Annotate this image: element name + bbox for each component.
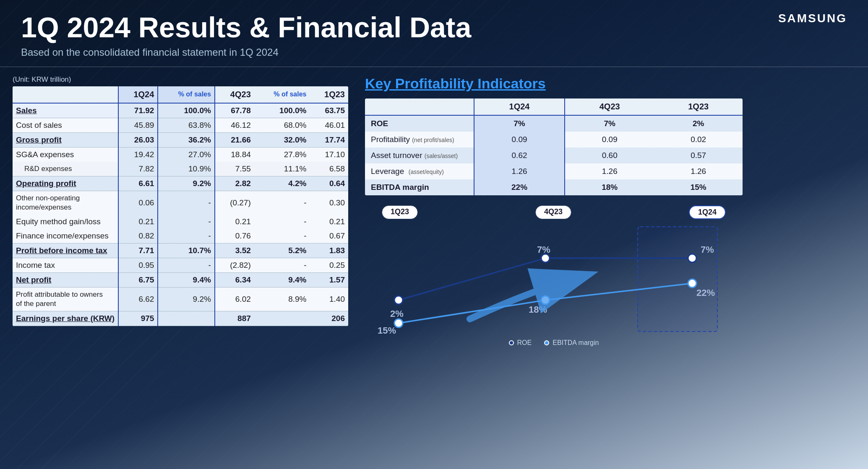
row-1q23: 63.75	[310, 103, 348, 118]
kpi-row: Asset turnover (sales/asset) 0.62 0.60 0…	[365, 148, 743, 163]
kpi-col-empty	[365, 98, 474, 115]
kpi-row: Profitability (net profit/sales) 0.09 0.…	[365, 132, 743, 148]
ebitda-label-1q24: 22%	[696, 288, 715, 298]
row-1q23: 1.57	[310, 272, 348, 287]
kpi-row-1q24: 22%	[474, 179, 565, 195]
row-pct2: 5.2%	[254, 243, 310, 258]
row-1q23: 1.83	[310, 243, 348, 258]
row-pct1: 63.8%	[158, 118, 215, 132]
row-pct2: 11.1%	[254, 162, 310, 176]
roe-dot-1q23	[394, 296, 403, 304]
row-label: Income tax	[13, 258, 118, 272]
row-pct2: 100.0%	[254, 103, 310, 118]
quarter-pill-1q23: 1Q23	[382, 205, 418, 219]
table-header-row: 1Q24 % of sales 4Q23 % of sales 1Q23	[13, 86, 348, 103]
row-4q23: 0.21	[215, 215, 254, 229]
row-4q23: 6.34	[215, 272, 254, 287]
row-label: Equity method gain/loss	[13, 215, 118, 229]
row-1q23: 0.25	[310, 258, 348, 272]
row-1q23: 206	[310, 311, 348, 326]
samsung-logo: SAMSUNG	[778, 12, 847, 25]
roe-label-4q23: 7%	[537, 244, 550, 255]
kpi-row-label: Asset turnover (sales/asset)	[365, 148, 474, 163]
row-1q23: 17.10	[310, 147, 348, 162]
kpi-row-1q24: 7%	[474, 115, 565, 132]
row-pct1: 27.0%	[158, 147, 215, 162]
kpi-row-4q23: 7%	[565, 115, 654, 132]
col-header-1q23: 1Q23	[310, 86, 348, 103]
main-title: 1Q 2024 Results & Financial Data	[21, 12, 847, 43]
row-label: Other non-operatingincome/expenses	[13, 191, 118, 215]
legend-label-roe: ROE	[517, 339, 532, 347]
row-pct1: -	[158, 191, 215, 215]
row-pct1: 9.2%	[158, 176, 215, 191]
row-pct2: -	[254, 258, 310, 272]
row-pct2: -	[254, 191, 310, 215]
row-pct2: 27.8%	[254, 147, 310, 162]
row-4q23: 6.02	[215, 287, 254, 311]
kpi-row-4q23: 0.09	[565, 132, 654, 148]
row-4q23: 887	[215, 311, 254, 326]
row-pct1: -	[158, 215, 215, 229]
legend-dot-roe	[509, 340, 514, 345]
roe-dot-4q23	[541, 254, 550, 262]
kpi-row-1q23: 1.26	[654, 163, 743, 179]
kpi-col-4q23: 4Q23	[565, 98, 654, 115]
kpi-col-1q23: 1Q23	[654, 98, 743, 115]
kpi-row-1q23: 0.02	[654, 132, 743, 148]
row-1q24: 71.92	[118, 103, 158, 118]
kpi-row-1q24: 1.26	[474, 163, 565, 179]
ebitda-label-1q23: 15%	[378, 325, 396, 336]
row-pct2: -	[254, 229, 310, 244]
row-1q24: 6.62	[118, 287, 158, 311]
table-wrapper: 1Q24 % of sales 4Q23 % of sales 1Q23 Sal…	[13, 86, 348, 326]
ebitda-dot-1q24	[688, 279, 696, 288]
table-row: Earnings per share (KRW) 975 887 206	[13, 311, 348, 326]
chart-area: 1Q23 4Q23 1Q24	[365, 205, 743, 348]
kpi-row-label: Profitability (net profit/sales)	[365, 132, 474, 148]
row-pct1: 9.2%	[158, 287, 215, 311]
svg-rect-3	[638, 227, 717, 332]
legend-label-ebitda: EBITDA margin	[553, 339, 599, 347]
col-header-1q24: 1Q24	[118, 86, 158, 103]
roe-label-1q23: 2%	[390, 308, 404, 319]
row-1q24: 0.82	[118, 229, 158, 244]
col-header-label	[13, 86, 118, 103]
row-label: Sales	[13, 103, 118, 118]
row-pct2: -	[254, 215, 310, 229]
roe-label-1q24: 7%	[701, 244, 714, 255]
row-1q23: 1.40	[310, 287, 348, 311]
row-label: R&D expenses	[13, 162, 118, 176]
table-row: SG&A expenses 19.42 27.0% 18.84 27.8% 17…	[13, 147, 348, 162]
row-4q23: (0.27)	[215, 191, 254, 215]
table-row: Operating profit 6.61 9.2% 2.82 4.2% 0.6…	[13, 176, 348, 191]
row-1q24: 7.82	[118, 162, 158, 176]
row-label: SG&A expenses	[13, 147, 118, 162]
kpi-row-1q24: 0.62	[474, 148, 565, 163]
row-pct1: -	[158, 258, 215, 272]
kpi-row-1q23: 0.57	[654, 148, 743, 163]
row-1q24: 6.61	[118, 176, 158, 191]
row-pct1: 36.2%	[158, 132, 215, 147]
table-row: R&D expenses 7.82 10.9% 7.55 11.1% 6.58	[13, 162, 348, 176]
row-1q24: 6.75	[118, 272, 158, 287]
row-1q23: 0.30	[310, 191, 348, 215]
row-label: Cost of sales	[13, 118, 118, 132]
row-pct2: 8.9%	[254, 287, 310, 311]
kpi-row-label: EBITDA margin	[365, 179, 474, 195]
row-1q24: 26.03	[118, 132, 158, 147]
row-1q23: 0.67	[310, 229, 348, 244]
col-header-4q23: 4Q23	[215, 86, 254, 103]
kpi-row-4q23: 1.26	[565, 163, 654, 179]
kpi-row-label: Leverage (asset/equity)	[365, 163, 474, 179]
row-1q23: 0.21	[310, 215, 348, 229]
sub-title: Based on the consolidated financial stat…	[21, 47, 847, 58]
table-row: Net profit 6.75 9.4% 6.34 9.4% 1.57	[13, 272, 348, 287]
row-1q24: 7.71	[118, 243, 158, 258]
row-4q23: (2.82)	[215, 258, 254, 272]
row-pct2: 4.2%	[254, 176, 310, 191]
row-pct1: -	[158, 229, 215, 244]
row-label-net-profit: Net profit	[13, 272, 118, 287]
row-1q23: 46.01	[310, 118, 348, 132]
kpi-header-row: 1Q24 4Q23 1Q23	[365, 98, 743, 115]
